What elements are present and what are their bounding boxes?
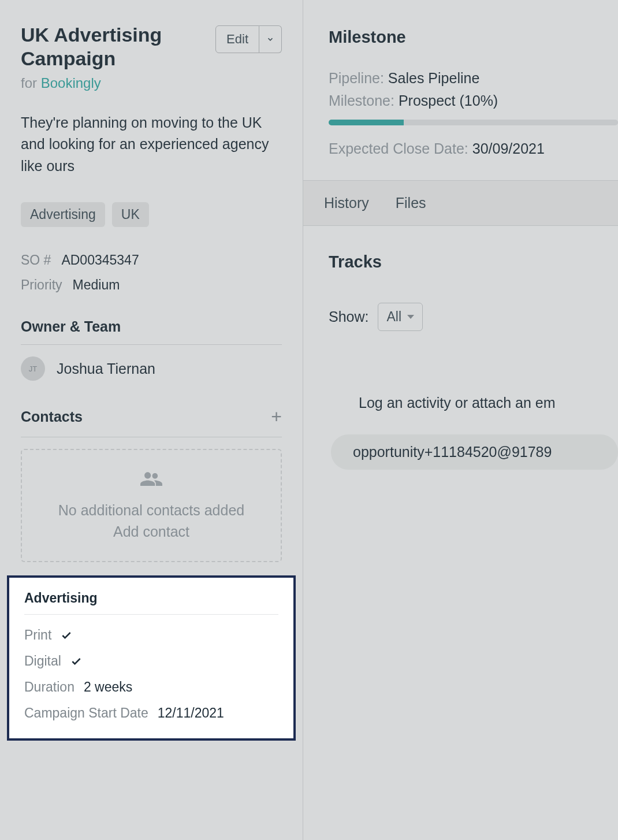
page-title: UK Advertising Campaign (21, 23, 194, 70)
tracks-section: Tracks Show: All Log an activity or atta… (303, 226, 618, 470)
checkmark-icon (61, 630, 72, 641)
pipeline-label: Pipeline: (329, 70, 384, 86)
advertising-box: Advertising Print Digital Duration 2 wee… (7, 575, 296, 741)
so-label: SO # (21, 252, 51, 268)
caret-down-icon (407, 315, 414, 319)
expected-close-label: Expected Close Date: (329, 140, 468, 157)
owner-section-title: Owner & Team (21, 318, 121, 335)
duration-label: Duration (24, 679, 75, 695)
divider (24, 614, 278, 615)
campaign-start-value: 12/11/2021 (158, 705, 224, 721)
divider (21, 344, 282, 345)
edit-dropdown-button[interactable] (259, 25, 282, 53)
pipeline-value: Sales Pipeline (388, 70, 479, 86)
progress-fill (329, 120, 404, 125)
checkmark-icon (70, 656, 82, 667)
duration-value: 2 weeks (84, 679, 132, 695)
advertising-title: Advertising (24, 590, 278, 606)
print-label: Print (24, 627, 51, 643)
plus-icon[interactable]: + (271, 406, 282, 428)
company-link[interactable]: Bookingly (41, 75, 101, 91)
contacts-section-header: Contacts + (21, 406, 282, 428)
log-activity-prompt[interactable]: Log an activity or attach an em (329, 395, 618, 411)
chevron-down-icon (266, 35, 274, 43)
contacts-section-title: Contacts (21, 408, 83, 425)
so-value: AD00345347 (61, 252, 139, 268)
progress-bar (329, 120, 618, 125)
email-pill[interactable]: opportunity+11184520@91789 (331, 434, 618, 470)
campaign-start-label: Campaign Start Date (24, 705, 148, 721)
tag-advertising[interactable]: Advertising (21, 202, 105, 227)
for-prefix: for (21, 75, 41, 91)
tabs-bar: History Files (303, 180, 618, 226)
owner-section-header: Owner & Team (21, 318, 282, 335)
people-icon (33, 471, 269, 492)
contacts-empty-box: No additional contacts added Add contact (21, 449, 282, 562)
digital-label: Digital (24, 653, 61, 669)
milestone-title: Milestone (329, 28, 618, 47)
tracks-title: Tracks (329, 252, 618, 272)
priority-label: Priority (21, 277, 62, 293)
description-text: They're planning on moving to the UK and… (21, 112, 282, 177)
show-label: Show: (329, 309, 368, 325)
priority-value: Medium (73, 277, 120, 293)
tab-files[interactable]: Files (396, 195, 426, 211)
show-select-value: All (386, 309, 401, 325)
milestone-section: Milestone Pipeline: Sales Pipeline Miles… (303, 0, 618, 180)
tag-list: Advertising UK (21, 202, 282, 227)
tag-uk[interactable]: UK (112, 202, 149, 227)
add-contact-link[interactable]: Add contact (33, 523, 269, 540)
milestone-label: Milestone: (329, 92, 394, 109)
avatar: JT (21, 356, 45, 381)
divider (21, 437, 282, 437)
for-line: for Bookingly (21, 75, 282, 91)
milestone-value: Prospect (10%) (399, 92, 498, 109)
contacts-empty-text: No additional contacts added (33, 502, 269, 519)
owner-name: Joshua Tiernan (57, 360, 155, 377)
edit-button[interactable]: Edit (215, 25, 259, 53)
expected-close-value: 30/09/2021 (472, 140, 545, 157)
tab-history[interactable]: History (324, 195, 369, 211)
owner-row[interactable]: JT Joshua Tiernan (21, 356, 282, 381)
show-select[interactable]: All (378, 303, 423, 331)
